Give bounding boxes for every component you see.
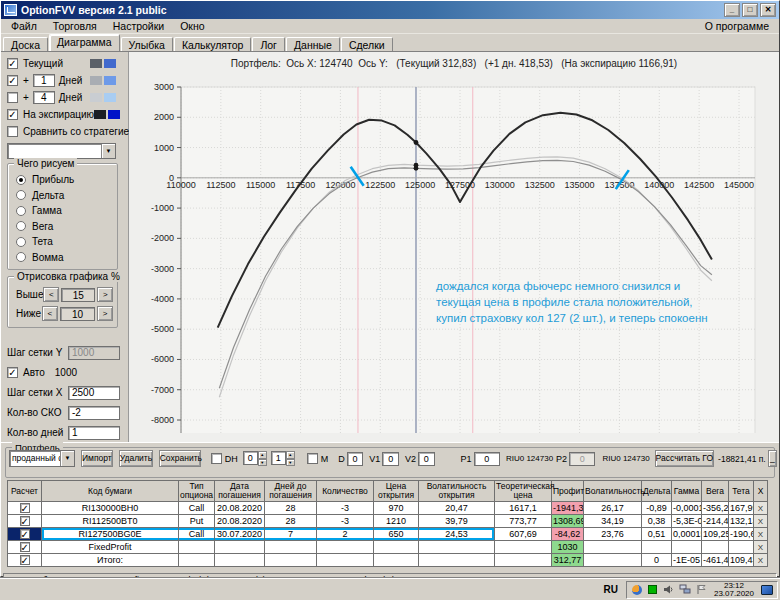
v1-input[interactable]: 0	[382, 452, 399, 466]
row-calc-checkbox[interactable]	[20, 555, 30, 565]
volume-icon[interactable]	[663, 584, 675, 596]
dh-checkbox[interactable]	[211, 453, 222, 464]
plus1-checkbox[interactable]	[7, 75, 18, 86]
table-cell: 34,19	[584, 515, 642, 528]
radio-icon[interactable]	[16, 175, 26, 185]
plus4-color-swatches[interactable]	[90, 93, 116, 102]
tab[interactable]: Улыбка	[121, 37, 173, 51]
tab[interactable]: Калькулятор	[174, 37, 251, 51]
v2-input[interactable]: 0	[418, 452, 435, 466]
radio-option[interactable]: Гамма	[16, 203, 113, 219]
tab[interactable]: Лог	[252, 37, 285, 51]
below-decrease-button[interactable]: <	[42, 306, 58, 321]
row-calc-checkbox[interactable]	[20, 529, 30, 539]
menu-item[interactable]: Торговля	[45, 19, 105, 33]
tab[interactable]: Данные	[286, 37, 340, 51]
expiration-checkbox[interactable]	[7, 109, 18, 120]
delete-position-button[interactable]: X	[754, 541, 768, 554]
table-cell: 20,47	[419, 502, 495, 515]
menu-about[interactable]: О программе	[697, 19, 777, 33]
resize-handle-button[interactable]: _	[768, 450, 777, 467]
menu-item[interactable]: Настройки	[105, 19, 173, 33]
d-input[interactable]: 0	[347, 452, 364, 466]
current-checkbox[interactable]	[7, 58, 18, 69]
table-cell: -5,3E-05	[672, 515, 702, 528]
delete-position-button[interactable]: X	[754, 528, 768, 541]
chevron-down-icon[interactable]: ▼	[101, 144, 115, 158]
row-calc-checkbox[interactable]	[20, 516, 30, 526]
close-button[interactable]: ✕	[760, 3, 776, 17]
below-increase-button[interactable]: >	[97, 306, 113, 321]
column-header: Вега	[702, 481, 729, 502]
radio-icon[interactable]	[16, 237, 26, 247]
save-button[interactable]: Сохранить	[159, 450, 201, 467]
radio-option[interactable]: Дельта	[16, 188, 113, 204]
svg-text:125000: 125000	[405, 180, 435, 190]
maximize-button[interactable]: □	[742, 3, 758, 17]
above-increase-button[interactable]: >	[97, 287, 113, 302]
tray-clock[interactable]: 23:12 23.07.2020	[711, 582, 757, 598]
tab[interactable]: Сделки	[341, 37, 393, 51]
plus4-days-input[interactable]: 4	[33, 91, 55, 104]
minimize-button[interactable]: _	[724, 3, 740, 17]
radio-icon[interactable]	[16, 190, 26, 200]
chevron-down-icon[interactable]: ▼	[60, 451, 74, 466]
table-cell: 0	[642, 554, 672, 567]
flag-icon[interactable]	[695, 584, 707, 596]
app-tray-icon[interactable]	[631, 584, 643, 596]
menu-item[interactable]: Окно	[172, 19, 212, 33]
network-icon[interactable]	[679, 584, 691, 596]
desktop-icon[interactable]	[761, 584, 773, 596]
strategy-combobox[interactable]: ▼	[7, 143, 116, 159]
radio-icon[interactable]	[16, 221, 26, 231]
portfolio-strategy-combobox[interactable]: проданный ст ▼	[9, 450, 75, 467]
current-color-swatches[interactable]	[90, 59, 116, 68]
radio-option[interactable]: Прибыль	[16, 172, 113, 188]
menu-item[interactable]: Файл	[3, 19, 45, 33]
plus4-checkbox[interactable]	[7, 92, 18, 103]
table-row[interactable]: RI127500BG0ECall30.07.20207265024,53607,…	[8, 528, 768, 541]
radio-icon[interactable]	[16, 206, 26, 216]
delete-button[interactable]: Удалить	[119, 450, 153, 467]
table-row[interactable]: FixedProfit1030X	[8, 541, 768, 554]
table-cell	[265, 554, 317, 567]
above-decrease-button[interactable]: <	[43, 287, 59, 302]
radio-option[interactable]: Вега	[16, 219, 113, 235]
table-row[interactable]: RI130000BH0Call20.08.202028-397020,47161…	[8, 502, 768, 515]
table-cell: 0,51	[642, 528, 672, 541]
import-button[interactable]: Импорт	[81, 450, 113, 467]
delete-position-button[interactable]: X	[754, 515, 768, 528]
dh-spinner-2[interactable]: 1 ▲▼	[271, 451, 295, 466]
sko-row: Кол-во СКО -2	[7, 403, 124, 422]
column-header: Дельта	[642, 481, 672, 502]
p1-input[interactable]: 0	[474, 452, 500, 466]
compare-checkbox[interactable]	[7, 126, 18, 137]
below-value: 10	[60, 307, 95, 321]
radio-option[interactable]: Вомма	[16, 250, 113, 266]
svg-text:145000: 145000	[724, 180, 754, 190]
tab[interactable]: Доска	[3, 37, 48, 51]
calc-margin-button[interactable]: Рассчитать ГО	[655, 450, 714, 467]
table-cell	[215, 541, 265, 554]
days-count-input[interactable]: 1	[68, 426, 120, 440]
table-row[interactable]: RI112500BT0Put20.08.202028-3121039,79773…	[8, 515, 768, 528]
tab[interactable]: Диаграмма	[49, 34, 120, 51]
row-calc-checkbox[interactable]	[20, 542, 30, 552]
chart-tray-icon[interactable]	[647, 584, 659, 596]
plus1-color-swatches[interactable]	[90, 76, 116, 85]
language-indicator[interactable]: RU	[596, 584, 626, 595]
delete-position-button[interactable]: X	[754, 554, 768, 567]
above-value: 15	[61, 288, 95, 302]
delete-position-button[interactable]: X	[754, 502, 768, 515]
expiration-color-swatches[interactable]	[94, 110, 120, 119]
sko-input[interactable]: -2	[68, 406, 120, 420]
plus1-days-input[interactable]: 1	[33, 74, 55, 87]
dh-spinner-1[interactable]: 0 ▲▼	[243, 451, 267, 466]
row-calc-checkbox[interactable]	[20, 503, 30, 513]
auto-checkbox[interactable]	[7, 367, 18, 378]
table-row[interactable]: Итого:312,770-1E-05-461,47109,43X	[8, 554, 768, 567]
m-checkbox[interactable]	[307, 453, 318, 464]
grid-x-input[interactable]: 2500	[68, 386, 120, 400]
radio-option[interactable]: Тета	[16, 234, 113, 250]
radio-icon[interactable]	[16, 252, 26, 262]
